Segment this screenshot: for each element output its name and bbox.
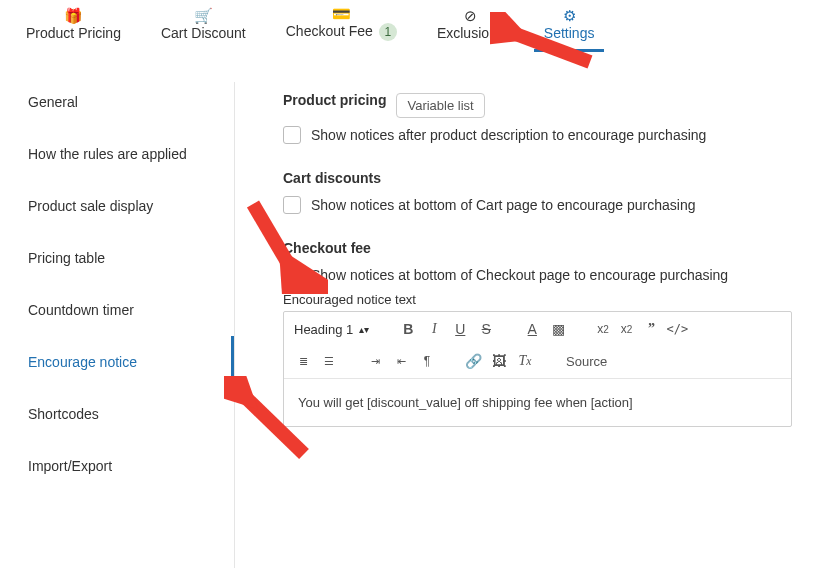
sidebar-item-import-export[interactable]: Import/Export [0,440,234,492]
sidebar-item-countdown[interactable]: Countdown timer [0,284,234,336]
top-tabs: 🎁 Product Pricing 🛒 Cart Discount 💳 Chec… [0,0,832,52]
badge-count: 1 [379,23,397,41]
checkbox-checkout-notice[interactable] [283,266,301,284]
background-color-icon[interactable]: ▩ [547,318,569,340]
sidebar-item-sale-display[interactable]: Product sale display [0,180,234,232]
subscript-icon[interactable]: x2 [593,318,613,340]
tab-label: Checkout Fee1 [286,23,397,41]
tab-product-pricing[interactable]: 🎁 Product Pricing [6,2,141,51]
heading-select[interactable]: Heading 1 ▴▾ [292,322,373,337]
source-button[interactable]: Source [560,354,607,369]
quote-icon[interactable]: ” [640,318,662,340]
gift-icon: 🎁 [64,8,83,23]
ordered-list-icon[interactable]: ≣ [292,350,314,372]
tab-label: Cart Discount [161,25,246,41]
tab-checkout-fee[interactable]: 💳 Checkout Fee1 [266,0,417,51]
chevron-updown-icon: ▴▾ [359,324,369,335]
rich-text-editor: Heading 1 ▴▾ B I U S A ▩ x2 x2 ” </> [283,311,792,427]
indent-icon[interactable]: ⇥ [364,350,386,372]
outdent-icon[interactable]: ⇤ [390,350,412,372]
editor-toolbar: Heading 1 ▴▾ B I U S A ▩ x2 x2 ” </> [284,312,791,379]
checkbox-cart-notice[interactable] [283,196,301,214]
tab-settings[interactable]: ⚙ Settings [524,2,615,51]
strike-icon[interactable]: S [475,318,497,340]
section-product-pricing: Product pricing Variable list Show notic… [283,92,792,144]
sidebar-item-encourage-notice[interactable]: Encourage notice [0,336,234,388]
checkbox-product-pricing-notice[interactable] [283,126,301,144]
tab-label: Product Pricing [26,25,121,41]
text-color-icon[interactable]: A [521,318,543,340]
section-title: Checkout fee [283,240,792,256]
editor-textarea[interactable]: You will get [discount_value] off shippi… [284,379,791,426]
cart-icon: 🛒 [194,8,213,23]
checkbox-label: Show notices after product description t… [311,127,706,143]
superscript-icon[interactable]: x2 [617,318,637,340]
section-title: Product pricing [283,92,386,108]
section-cart-discounts: Cart discounts Show notices at bottom of… [283,170,792,214]
italic-icon[interactable]: I [423,318,445,340]
sidebar-item-shortcodes[interactable]: Shortcodes [0,388,234,440]
tab-label: Exclusions [437,25,504,41]
unordered-list-icon[interactable]: ☰ [318,350,340,372]
tab-cart-discount[interactable]: 🛒 Cart Discount [141,2,266,51]
editor-subtitle: Encouraged notice text [283,292,792,307]
main-panel: Product pricing Variable list Show notic… [235,52,832,568]
code-icon[interactable]: </> [666,318,688,340]
tab-label: Settings [544,25,595,41]
clear-format-icon[interactable]: Tx [514,350,536,372]
link-icon[interactable]: 🔗 [462,350,484,372]
image-icon[interactable]: 🖼 [488,350,510,372]
variable-list-button[interactable]: Variable list [396,93,484,118]
section-checkout-fee: Checkout fee Show notices at bottom of C… [283,240,792,427]
bold-icon[interactable]: B [397,318,419,340]
sidebar-item-pricing-table[interactable]: Pricing table [0,232,234,284]
section-title: Cart discounts [283,170,792,186]
settings-sidebar: General How the rules are applied Produc… [0,52,234,568]
checkbox-label: Show notices at bottom of Cart page to e… [311,197,695,213]
paragraph-icon[interactable]: ¶ [416,350,438,372]
checkbox-label: Show notices at bottom of Checkout page … [311,267,728,283]
underline-icon[interactable]: U [449,318,471,340]
tab-exclusions[interactable]: ⊘ Exclusions [417,2,524,51]
sidebar-item-rules[interactable]: How the rules are applied [0,128,234,180]
exclude-icon: ⊘ [464,8,477,23]
sidebar-item-general[interactable]: General [0,76,234,128]
gear-icon: ⚙ [563,8,576,23]
card-icon: 💳 [332,6,351,21]
